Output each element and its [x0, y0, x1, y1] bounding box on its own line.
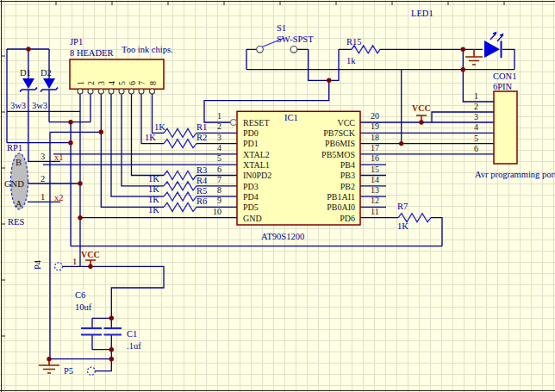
p4-ref-label: P4: [33, 259, 42, 270]
vcc-label-bottom: VCC: [81, 250, 100, 259]
diode-d2-symbol[interactable]: [41, 78, 58, 92]
header-jp1-symbol[interactable]: [70, 59, 164, 94]
svg-text:19: 19: [371, 121, 379, 131]
p4-pin-number: 1: [72, 257, 77, 266]
schematic-sheet: JP1 8 HEADER Too ink chips. 1 2 3 4 5 6 …: [0, 0, 555, 392]
svg-text:PB2: PB2: [340, 182, 355, 191]
r15-value-label: 1k: [346, 56, 356, 65]
r1-value-label: 1K: [154, 122, 165, 132]
svg-text:7: 7: [137, 81, 147, 85]
r6-ref-label: R6: [196, 196, 207, 206]
svg-text:PD4: PD4: [243, 192, 259, 202]
ic1-ref-label: IC1: [284, 113, 298, 122]
r4-value-label: 1K: [148, 184, 159, 194]
r1-ref-label: R1: [196, 122, 207, 132]
rp1-num3-label: 3: [41, 152, 45, 161]
con1-caption-label: Avr programming port: [475, 170, 555, 179]
svg-text:4: 4: [217, 143, 221, 152]
rp1-num1-label: 1: [41, 192, 45, 202]
svg-text:5: 5: [217, 153, 221, 163]
svg-text:5: 5: [117, 81, 127, 85]
cap-c1-symbol[interactable]: [104, 328, 122, 335]
jp1-pin-numbers: 1 2 3 4 5 6 7 8: [76, 81, 158, 85]
p5-ref-label: P5: [64, 366, 73, 376]
svg-text:5: 5: [474, 134, 478, 143]
svg-text:PB4: PB4: [340, 160, 355, 170]
p4-pin-circle[interactable]: [55, 263, 63, 271]
c6-value-label: 10uf: [75, 302, 92, 312]
r1-symbol: [164, 128, 196, 137]
svg-text:PD1: PD1: [243, 139, 259, 148]
note-label: Too ink chips.: [122, 45, 173, 54]
con1-type-label: 6PIN: [493, 82, 513, 91]
svg-text:IN0PD2: IN0PD2: [243, 171, 271, 180]
svg-text:20: 20: [371, 111, 379, 121]
c1-ref-label: C1: [127, 329, 137, 339]
reset-inversion-bubble-icon: [231, 120, 237, 126]
rp1-pin-a-label: A: [16, 199, 22, 208]
svg-text:8: 8: [148, 81, 158, 85]
led1-ref-label: LED1: [411, 9, 433, 18]
r6-value-label: 1K: [148, 205, 159, 215]
r15-ref-label: R15: [346, 37, 362, 47]
svg-text:14: 14: [371, 175, 379, 184]
svg-text:4: 4: [107, 81, 116, 85]
svg-text:PB6MIS: PB6MIS: [325, 139, 355, 148]
con1-symbol[interactable]: [494, 91, 517, 164]
svg-text:11: 11: [371, 207, 379, 216]
svg-text:6: 6: [128, 81, 137, 85]
svg-text:3: 3: [97, 81, 106, 85]
p5-pin-circle[interactable]: [88, 367, 96, 375]
d1-ref-label: D1: [20, 68, 31, 78]
svg-text:6: 6: [474, 144, 478, 153]
svg-text:3: 3: [217, 133, 221, 142]
con1-pin-numbers: 1 2 3 4 5 6: [474, 91, 478, 153]
svg-text:XTAL1: XTAL1: [243, 160, 270, 170]
svg-text:1: 1: [76, 81, 85, 85]
r2-ref-label: R2: [196, 133, 207, 142]
r3-value-label: 1K: [148, 174, 159, 184]
svg-text:8: 8: [217, 185, 221, 195]
svg-text:PB0AI0: PB0AI0: [327, 202, 355, 212]
rp1-pin-gnd-label: GND: [4, 179, 24, 189]
r5-symbol: [164, 192, 196, 201]
ground-symbol-topright[interactable]: [465, 49, 483, 65]
r4-ref-label: R4: [196, 176, 208, 185]
r6-symbol: [164, 202, 196, 211]
svg-text:PD0: PD0: [243, 128, 259, 138]
svg-text:17: 17: [371, 143, 379, 152]
svg-text:PD3: PD3: [243, 182, 259, 191]
svg-text:6: 6: [217, 165, 221, 174]
svg-text:10: 10: [213, 207, 221, 216]
svg-text:2: 2: [86, 81, 96, 85]
svg-text:1: 1: [474, 91, 478, 101]
svg-text:9: 9: [217, 196, 221, 205]
svg-text:PB5MOS: PB5MOS: [321, 150, 355, 159]
r2-symbol: [164, 140, 196, 148]
d1-value-label: 3w3: [10, 101, 26, 110]
diode-d1-symbol[interactable]: [20, 78, 37, 92]
d2-value-label: 3w3: [32, 101, 47, 110]
rp1-pin-b-label: B: [16, 158, 22, 167]
jp1-type-label: 8 HEADER: [70, 48, 113, 58]
svg-text:XTAL2: XTAL2: [243, 150, 270, 159]
svg-text:PB1AI1: PB1AI1: [327, 192, 355, 202]
r5-value-label: 1K: [148, 195, 159, 204]
svg-text:GND: GND: [243, 214, 262, 223]
jp1-ref-label: JP1: [70, 37, 83, 47]
r15-symbol: [352, 46, 380, 53]
svg-text:16: 16: [371, 153, 379, 163]
svg-text:4: 4: [474, 122, 478, 132]
s1-ref-label: S1: [277, 23, 286, 33]
cap-c6-symbol[interactable]: [81, 328, 102, 335]
led1-symbol[interactable]: [484, 32, 504, 59]
svg-text:12: 12: [371, 196, 379, 205]
vcc-label-top: VCC: [412, 103, 431, 113]
s1-type-label: SW-SPST: [277, 34, 314, 44]
svg-text:PB3: PB3: [340, 171, 355, 180]
c6-ref-label: C6: [75, 290, 85, 300]
svg-text:15: 15: [371, 165, 379, 174]
svg-text:PB7SCK: PB7SCK: [323, 128, 355, 138]
rp1-ref-label: RP1: [7, 143, 22, 152]
r3-ref-label: R3: [196, 165, 207, 175]
